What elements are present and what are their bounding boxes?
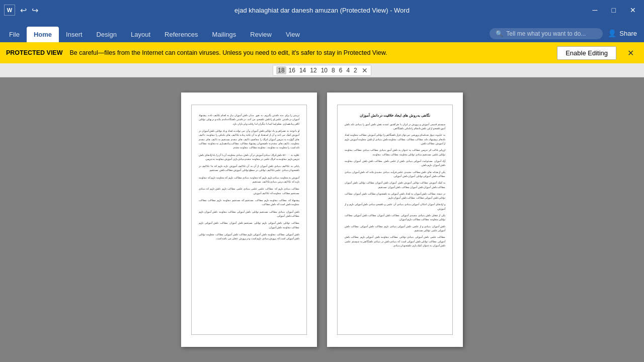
ruler-close-button[interactable]: ✕ [362, 66, 368, 74]
minimize-button[interactable]: ─ [589, 4, 602, 16]
tab-layout[interactable]: Layout [124, 27, 157, 42]
tab-home[interactable]: Home [27, 27, 59, 42]
ruler-controls: 18 16 14 12 10 8 6 4 2 ✕ [273, 65, 371, 76]
search-input[interactable] [506, 30, 597, 37]
page-2: نگاهی به روش های ایجاد خلاقیت در دانش آم… [327, 93, 463, 347]
tab-design[interactable]: Design [90, 27, 124, 42]
redo-button[interactable]: ↪ [30, 5, 40, 16]
tab-review[interactable]: Review [243, 27, 279, 42]
ruler-num-10[interactable]: 10 [319, 66, 329, 74]
page-2-border: نگاهی به روش های ایجاد خلاقیت در دانش آم… [337, 105, 453, 335]
share-button[interactable]: 👤 Share [603, 27, 642, 39]
tab-file[interactable]: File [2, 27, 27, 42]
ribbon-tabs: File Home Insert Design Layout Reference… [0, 20, 644, 42]
ruler-num-8[interactable]: 8 [330, 66, 337, 74]
title-bar: W ↩ ↪ ejad khalaghiat dar danesh amuzan … [0, 0, 644, 20]
protected-view-bar: PROTECTED VIEW Be careful—files from the… [0, 42, 644, 63]
close-protected-bar-button[interactable]: ✕ [623, 46, 638, 60]
ruler-num-6[interactable]: 6 [338, 66, 344, 74]
enable-editing-button[interactable]: Enable Editing [557, 46, 616, 60]
page-1: تربیتی را برای مند داشتن بگیریم، بد هور … [181, 93, 317, 347]
ruler-area: 18 16 14 12 10 8 6 4 2 ✕ [0, 63, 644, 77]
page-1-border: تربیتی را برای مند داشتن بگیریم، بد هور … [191, 105, 307, 335]
page-2-text: سیستم قدیمی آموزش و پرورش در ایران یا هر… [345, 122, 445, 248]
share-icon: 👤 [608, 29, 616, 37]
protected-view-label: PROTECTED VIEW [6, 49, 63, 56]
ruler-num-12[interactable]: 12 [308, 66, 318, 74]
tab-insert[interactable]: Insert [59, 27, 90, 42]
document-area: تربیتی را برای مند داشتن بگیریم، بد هور … [0, 77, 644, 362]
ribbon-search-box[interactable]: 🔍 [490, 28, 603, 39]
page-1-text: تربیتی را برای مند داشتن بگیریم، بد هور … [199, 113, 299, 241]
share-label: Share [619, 30, 637, 37]
undo-redo-group: ↩ ↪ [18, 5, 40, 16]
ruler-num-4[interactable]: 4 [345, 66, 351, 74]
tab-mailings[interactable]: Mailings [205, 27, 244, 42]
protected-view-message: Be careful—files from the Internet can c… [70, 49, 550, 56]
ruler-num-2[interactable]: 2 [352, 66, 359, 74]
title-bar-right: ─ □ ✕ [589, 4, 640, 16]
close-button[interactable]: ✕ [626, 4, 640, 16]
tab-view[interactable]: View [279, 27, 307, 42]
undo-button[interactable]: ↩ [18, 5, 29, 16]
ruler-num-16[interactable]: 16 [287, 66, 297, 74]
ruler-num-18[interactable]: 18 [276, 66, 286, 74]
page-2-title: نگاهی به روش های ایجاد خلاقیت در دانش آم… [345, 113, 445, 118]
ruler-num-14[interactable]: 14 [298, 66, 307, 74]
search-icon: 🔍 [496, 30, 503, 37]
maximize-button[interactable]: □ [608, 4, 620, 16]
document-title: ejad khalaghiat dar danesh amuzan (Prote… [234, 7, 410, 14]
tab-references[interactable]: References [157, 27, 205, 42]
word-icon: W [4, 5, 15, 16]
title-bar-left: W ↩ ↪ [4, 5, 40, 16]
